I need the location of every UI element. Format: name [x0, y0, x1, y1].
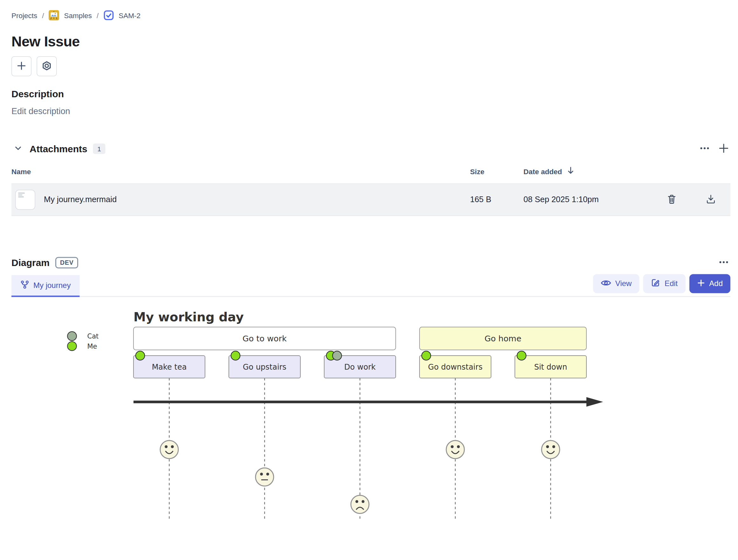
attachments-table-header: Name Size Date added: [11, 166, 730, 184]
chevron-down-icon: [14, 144, 22, 153]
attachments-table: Name Size Date added My journey.mermaid …: [11, 166, 730, 216]
ellipsis-icon: [719, 257, 729, 269]
plus-icon: [697, 279, 705, 289]
issue-page: Projects / Samples / SAM-2 New Issue Des…: [0, 10, 738, 560]
delete-attachment-button[interactable]: [666, 193, 678, 206]
settings-button[interactable]: [37, 56, 57, 76]
picture-easel-icon: [49, 10, 59, 21]
attachment-date-added: 08 Sep 2025 1:10pm: [523, 195, 660, 205]
attachments-collapse-button[interactable]: [12, 143, 24, 154]
attachment-thumbnail: [15, 190, 35, 210]
tab-my-journey[interactable]: My journey: [11, 275, 80, 297]
attachment-row[interactable]: My journey.mermaid 165 B 08 Sep 2025 1:1…: [11, 184, 730, 216]
issue-toolbar: [11, 56, 730, 76]
breadcrumb-separator: /: [42, 11, 44, 19]
diagram-more-button[interactable]: [717, 256, 730, 269]
attachments-header: Attachments 1: [11, 142, 730, 155]
eye-icon: [601, 279, 611, 289]
svg-text:Me: Me: [87, 343, 97, 350]
breadcrumb-projects[interactable]: Projects: [11, 11, 37, 19]
breadcrumb-issue[interactable]: SAM-2: [118, 11, 140, 19]
settings-nut-icon: [42, 60, 52, 72]
edit-description-field[interactable]: Edit description: [11, 106, 730, 117]
svg-text:Go home: Go home: [485, 334, 521, 343]
attachments-count-badge: 1: [93, 144, 105, 154]
attachments-more-button[interactable]: [698, 142, 711, 155]
add-button[interactable]: [11, 56, 31, 76]
svg-text:Do work: Do work: [344, 363, 376, 372]
view-button[interactable]: View: [593, 274, 639, 294]
column-header-name[interactable]: Name: [11, 167, 470, 176]
download-icon: [705, 193, 717, 206]
add-diagram-button[interactable]: Add: [689, 274, 730, 294]
task-check-icon: [103, 10, 114, 21]
svg-text:Make tea: Make tea: [152, 363, 187, 372]
plus-icon: [718, 142, 729, 155]
diagram-actions: View Edit Add: [593, 274, 730, 294]
svg-text:Sit down: Sit down: [534, 363, 567, 372]
attachment-size: 165 B: [470, 195, 523, 205]
plus-icon: [16, 60, 27, 72]
column-header-size[interactable]: Size: [470, 167, 523, 176]
edit-pencil-icon: [651, 278, 660, 290]
svg-text:Go to work: Go to work: [243, 334, 287, 343]
breadcrumb: Projects / Samples / SAM-2: [11, 10, 730, 21]
svg-text:Go downstairs: Go downstairs: [428, 363, 482, 372]
dev-badge: DEV: [55, 257, 78, 268]
edit-button[interactable]: Edit: [643, 274, 685, 294]
breadcrumb-project[interactable]: Samples: [64, 11, 92, 19]
attachments-heading: Attachments: [30, 143, 87, 154]
diagram-header: Diagram DEV: [11, 256, 730, 269]
svg-text:Cat: Cat: [87, 333, 99, 340]
svg-text:My working day: My working day: [133, 310, 244, 324]
attachments-add-button[interactable]: [717, 142, 730, 155]
tab-label: My journey: [33, 281, 70, 290]
trash-icon: [666, 193, 678, 206]
diagram-tabbar: My journey View Edit Add: [11, 274, 730, 297]
download-attachment-button[interactable]: [705, 193, 717, 206]
page-title: New Issue: [11, 32, 730, 51]
attachment-name: My journey.mermaid: [44, 195, 117, 205]
svg-text:Go upstairs: Go upstairs: [243, 363, 286, 372]
journey-diagram: My working dayCatMeGo to workGo homeMake…: [11, 301, 730, 528]
description-heading: Description: [11, 89, 730, 100]
breadcrumb-separator: /: [97, 11, 98, 19]
ellipsis-icon: [700, 143, 710, 155]
column-header-date-added[interactable]: Date added: [523, 166, 660, 177]
branch-icon: [21, 280, 29, 291]
diagram-heading: Diagram: [11, 257, 50, 268]
sort-descending-icon: [566, 166, 575, 177]
